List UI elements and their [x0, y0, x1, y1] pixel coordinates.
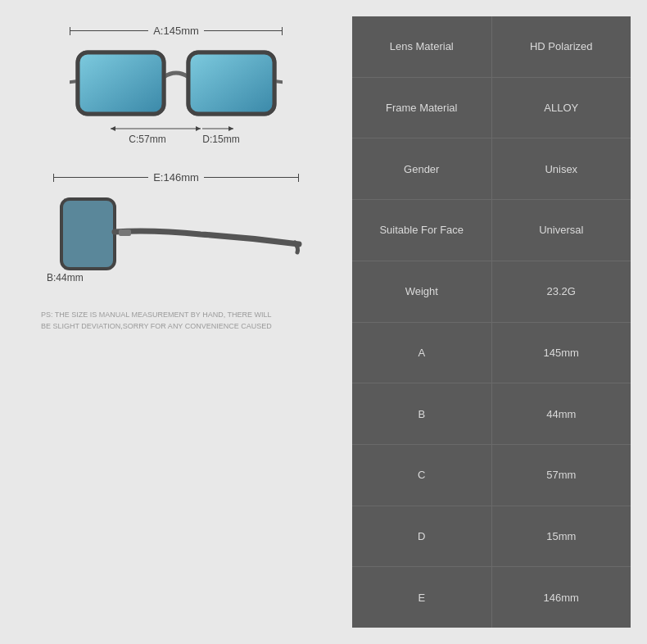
- spec-label-9: E: [352, 567, 492, 628]
- spec-label-5: A: [352, 323, 492, 383]
- left-panel: A:145mm: [16, 16, 336, 628]
- spec-label-2: Gender: [352, 138, 492, 199]
- spec-row-6: B44mm: [352, 383, 631, 445]
- spec-value-4: 23.2G: [492, 261, 631, 322]
- svg-text:C:57mm: C:57mm: [129, 134, 165, 145]
- svg-rect-13: [119, 229, 131, 236]
- a-line: [70, 30, 148, 31]
- e-measurement: E:146mm: [53, 171, 299, 184]
- spec-row-0: Lens MaterialHD Polarized: [352, 16, 631, 78]
- svg-marker-5: [111, 126, 115, 131]
- spec-label-8: D: [352, 506, 492, 567]
- spec-value-2: Unisex: [492, 138, 631, 199]
- svg-marker-6: [196, 126, 201, 131]
- ps-note: PS: THE SIZE IS MANUAL MEASUREMENT BY HA…: [41, 310, 272, 332]
- spec-row-9: E146mm: [352, 567, 631, 628]
- spec-value-3: Universal: [492, 200, 631, 261]
- spec-label-1: Frame Material: [352, 78, 492, 138]
- tick-e-right: [298, 174, 299, 182]
- spec-value-9: 146mm: [492, 567, 631, 628]
- svg-rect-3: [188, 52, 274, 114]
- spec-value-8: 15mm: [492, 506, 631, 567]
- spec-row-4: Weight23.2G: [352, 261, 631, 323]
- e-line-left: [54, 177, 148, 178]
- spec-value-5: 145mm: [492, 323, 631, 383]
- glasses-side-svg: [37, 187, 315, 302]
- a-measurement: A:145mm: [70, 25, 283, 37]
- spec-row-2: GenderUnisex: [352, 138, 631, 200]
- front-diagram: A:145mm: [16, 25, 336, 147]
- glasses-front-svg: C:57mm D:15mm: [70, 40, 283, 147]
- main-container: A:145mm: [0, 0, 647, 644]
- spec-label-7: C: [352, 445, 492, 506]
- tick-right: [282, 27, 283, 35]
- spec-value-6: 44mm: [492, 383, 631, 444]
- spec-row-3: Suitable For FaceUniversal: [352, 200, 631, 261]
- svg-rect-2: [78, 52, 164, 114]
- spec-label-6: B: [352, 383, 492, 444]
- e-label: E:146mm: [148, 171, 204, 184]
- spec-row-7: C57mm: [352, 445, 631, 506]
- spec-label-3: Suitable For Face: [352, 200, 492, 261]
- spec-label-4: Weight: [352, 261, 492, 322]
- specs-table: Lens MaterialHD PolarizedFrame MaterialA…: [352, 16, 631, 628]
- a-label: A:145mm: [148, 25, 204, 37]
- a-line-right: [204, 30, 282, 31]
- spec-row-8: D15mm: [352, 506, 631, 568]
- svg-text:D:15mm: D:15mm: [202, 134, 239, 145]
- spec-value-1: ALLOY: [492, 78, 631, 138]
- spec-value-7: 57mm: [492, 445, 631, 506]
- spec-row-5: A145mm: [352, 323, 631, 384]
- svg-marker-9: [228, 126, 233, 131]
- spec-row-1: Frame MaterialALLOY: [352, 78, 631, 139]
- spec-label-0: Lens Material: [352, 16, 492, 77]
- spec-value-0: HD Polarized: [492, 16, 631, 77]
- svg-rect-12: [63, 201, 113, 267]
- e-line-right: [204, 177, 298, 178]
